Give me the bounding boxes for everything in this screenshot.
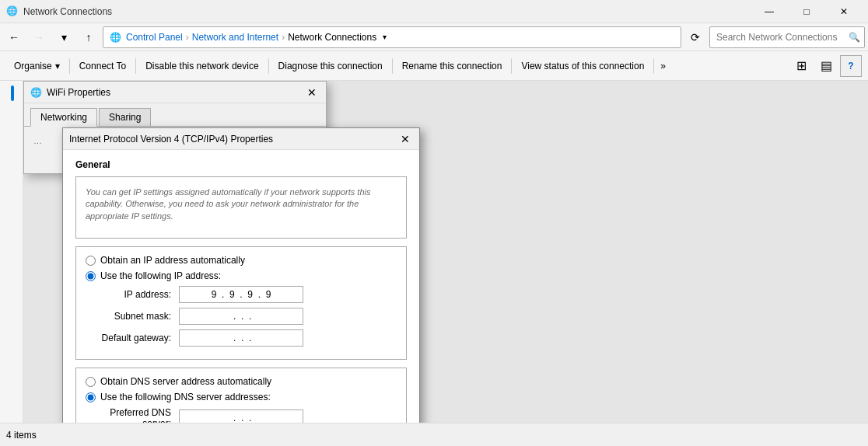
preferred-dns-row: Preferred DNS server: <box>86 407 397 423</box>
window-title: Network Connections <box>23 6 751 17</box>
minimize-button[interactable]: — <box>751 0 787 23</box>
left-strip <box>0 81 23 423</box>
manual-ip-radio[interactable] <box>86 271 96 281</box>
description-group: You can get IP settings assigned automat… <box>75 176 407 239</box>
address-icon: 🌐 <box>110 32 121 43</box>
up-button[interactable]: ↑ <box>78 26 100 48</box>
general-section-label: General <box>75 159 407 170</box>
item-count: 4 items <box>6 430 37 441</box>
tcp-dialog-close[interactable]: ✕ <box>397 131 413 147</box>
subnet-mask-row: Subnet mask: <box>86 308 397 325</box>
left-strip-item-1[interactable] <box>2 82 23 104</box>
network-connections-content: Ethernet 2 Network Kaspersky Security Da… <box>23 81 868 423</box>
window-icon: 🌐 <box>6 5 19 18</box>
auto-dns-row: Obtain DNS server address automatically <box>86 376 397 387</box>
default-gw-input[interactable] <box>179 329 303 347</box>
view-status-button[interactable]: View status of this connection <box>513 54 652 78</box>
main-content: Ethernet 2 Network Kaspersky Security Da… <box>0 81 868 423</box>
refresh-button[interactable]: ⟳ <box>684 26 706 48</box>
maximize-button[interactable]: □ <box>789 0 824 23</box>
connect-to-button[interactable]: Connect To <box>72 54 135 78</box>
toolbar-separator-6 <box>653 58 654 74</box>
manual-ip-row: Use the following IP address: <box>86 270 397 281</box>
organise-button[interactable]: Organise ▾ <box>6 54 68 78</box>
statusbar: 4 items <box>0 423 868 446</box>
manual-dns-radio[interactable] <box>86 392 96 402</box>
preferred-dns-label: Preferred DNS server: <box>86 407 179 423</box>
view-icon-button[interactable]: ⊞ <box>790 55 812 77</box>
ip-address-row: IP address: <box>86 286 397 303</box>
toolbar-separator-4 <box>392 58 393 74</box>
wifi-dialog-icon: 🌐 <box>30 87 42 98</box>
ip-section: Obtain an IP address automatically Use t… <box>75 246 407 360</box>
search-button[interactable]: 🔍 <box>846 30 862 45</box>
tcp-dialog-title: Internet Protocol Version 4 (TCP/IPv4) P… <box>69 134 397 145</box>
search-wrapper: 🔍 <box>709 26 865 48</box>
toolbar-right: ⊞ ▤ ? <box>790 55 862 77</box>
address-path: 🌐 Control Panel › Network and Internet ›… <box>103 26 681 48</box>
toolbar-separator-2 <box>135 58 136 74</box>
tab-sharing[interactable]: Sharing <box>99 108 151 126</box>
tcp-dialog-body: General You can get IP settings assigned… <box>63 150 419 423</box>
ip-address-input[interactable] <box>179 286 303 303</box>
dns-section: Obtain DNS server address automatically … <box>75 368 407 423</box>
more-button[interactable]: » <box>656 54 670 78</box>
manual-ip-label: Use the following IP address: <box>100 270 221 281</box>
panel-button[interactable]: ▤ <box>815 55 837 77</box>
help-button[interactable]: ? <box>840 55 862 77</box>
address-current: Network Connections <box>288 32 376 43</box>
auto-ip-radio[interactable] <box>86 256 96 266</box>
tcp-properties-dialog: Internet Protocol Version 4 (TCP/IPv4) P… <box>62 127 420 423</box>
wifi-dialog-title: WiFi Properties <box>47 87 304 98</box>
address-dropdown-button[interactable]: ▾ <box>376 26 392 48</box>
titlebar: 🌐 Network Connections — □ ✕ <box>0 0 868 23</box>
back-button[interactable]: ← <box>3 26 25 48</box>
tab-networking[interactable]: Networking <box>30 108 97 127</box>
rename-button[interactable]: Rename this connection <box>394 54 510 78</box>
default-gw-label: Default gateway: <box>86 333 179 343</box>
diagnose-button[interactable]: Diagnose this connection <box>271 54 390 78</box>
address-control-panel[interactable]: Control Panel <box>126 32 183 43</box>
ip-address-label: IP address: <box>86 289 179 300</box>
search-input[interactable] <box>709 26 865 48</box>
addressbar: ← → ▾ ↑ 🌐 Control Panel › Network and In… <box>0 23 868 51</box>
manual-dns-row: Use the following DNS server addresses: <box>86 392 397 402</box>
toolbar-separator-1 <box>69 58 70 74</box>
toolbar: Organise ▾ Connect To Disable this netwo… <box>0 51 868 81</box>
wifi-dialog-close[interactable]: ✕ <box>304 85 320 100</box>
default-gw-row: Default gateway: <box>86 329 397 347</box>
toolbar-separator-5 <box>511 58 512 74</box>
subnet-mask-label: Subnet mask: <box>86 311 179 322</box>
auto-ip-row: Obtain an IP address automatically <box>86 255 397 266</box>
toolbar-separator-3 <box>268 58 269 74</box>
forward-button[interactable]: → <box>28 26 50 48</box>
subnet-mask-input[interactable] <box>179 308 303 325</box>
close-button[interactable]: ✕ <box>826 0 862 23</box>
manual-dns-label: Use the following DNS server addresses: <box>100 392 271 402</box>
up-list-button[interactable]: ▾ <box>53 26 75 48</box>
auto-dns-radio[interactable] <box>86 377 96 387</box>
auto-dns-label: Obtain DNS server address automatically <box>100 376 271 387</box>
auto-ip-label: Obtain an IP address automatically <box>100 255 245 266</box>
tcp-dialog-titlebar: Internet Protocol Version 4 (TCP/IPv4) P… <box>63 128 419 150</box>
description-text: You can get IP settings assigned automat… <box>86 186 397 222</box>
disable-button[interactable]: Disable this network device <box>138 54 266 78</box>
wifi-dialog-tabs: Networking Sharing <box>24 103 326 127</box>
wifi-dialog-titlebar: 🌐 WiFi Properties ✕ <box>24 82 326 103</box>
active-indicator <box>11 85 14 101</box>
window-controls: — □ ✕ <box>751 0 862 23</box>
address-network-internet[interactable]: Network and Internet <box>192 32 278 43</box>
preferred-dns-input[interactable] <box>179 409 303 423</box>
